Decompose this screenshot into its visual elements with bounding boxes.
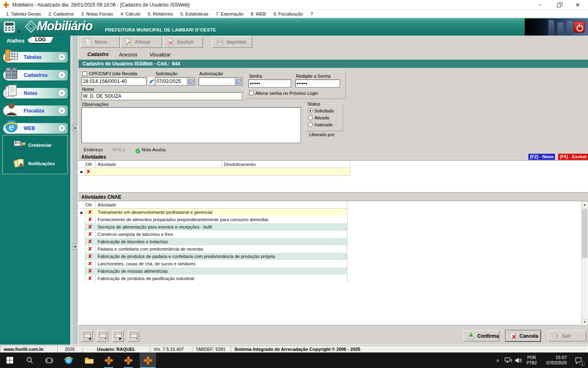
language-indicator[interactable]: PORPTB2 bbox=[524, 355, 539, 366]
subtab-endereco[interactable]: Endereço bbox=[80, 146, 109, 154]
senha-input[interactable] bbox=[249, 80, 291, 87]
cancela-button[interactable]: Cancela bbox=[506, 330, 541, 341]
cnae-row[interactable]: ✘Lanchonetes, casas de chá, de sucos e s… bbox=[85, 260, 347, 267]
menu-item-9-fiscalizacao[interactable]: 9. Fiscalização bbox=[270, 11, 307, 17]
app-logo: Mobiliário bbox=[37, 19, 92, 34]
novo-button[interactable]: Novo bbox=[80, 36, 120, 48]
file-explorer-button[interactable] bbox=[81, 352, 97, 368]
sidebar-item-web[interactable]: eWEB» bbox=[3, 123, 68, 134]
task-view-button[interactable] bbox=[41, 352, 57, 368]
menu-item-7-exportacao[interactable]: 7. Exportação bbox=[212, 11, 247, 17]
cnae-activity-label: Treinamento em desenvolvimento profissio… bbox=[98, 210, 212, 215]
sair-button[interactable]: Sair bbox=[548, 330, 586, 341]
menu-item--[interactable]: ? bbox=[307, 11, 316, 17]
chevron-down-icon[interactable]: » bbox=[58, 54, 65, 61]
alterar-senha-checkbox[interactable] bbox=[249, 91, 254, 95]
status-radio-ativado[interactable] bbox=[308, 115, 313, 120]
cpf-input[interactable] bbox=[82, 78, 146, 85]
tab-cadastro[interactable]: Cadastro bbox=[82, 49, 114, 60]
sidebar-item-cadastros[interactable]: Cadastros» bbox=[3, 70, 68, 81]
sidebar-subitem-notificacoes[interactable]: Notificações bbox=[3, 156, 68, 173]
green-check-icon: ✔ bbox=[135, 148, 140, 154]
confirma-button[interactable]: Confirma bbox=[463, 330, 499, 341]
cnae-row[interactable]: ✘Fabricação de produtos de panificação i… bbox=[85, 275, 347, 282]
chevron-down-icon[interactable]: » bbox=[58, 90, 65, 96]
power-button[interactable] bbox=[573, 21, 585, 33]
status-radio-solicitado[interactable] bbox=[308, 108, 313, 113]
cnae-row[interactable]: ✘Fabricação de produtos de padaria e con… bbox=[85, 253, 347, 260]
sidebar-item-notas[interactable]: Notas» bbox=[3, 88, 68, 99]
window-title: Mobiliário - Atualizado dia: 28/01/2025 … bbox=[12, 2, 189, 8]
nav-first-button[interactable]: ◀ bbox=[81, 330, 93, 342]
log-tab[interactable]: LOG bbox=[27, 36, 54, 44]
app-fiorilli-1-button[interactable] bbox=[100, 352, 117, 368]
calculator-icon[interactable] bbox=[3, 21, 16, 33]
excluir-button[interactable]: Excluir bbox=[163, 36, 203, 48]
chevron-down-icon[interactable]: » bbox=[58, 107, 65, 114]
autorizacao-input[interactable] bbox=[199, 78, 235, 85]
menu-item-4-calculo[interactable]: 4. Cálculo bbox=[117, 11, 144, 17]
menu-item-2-cadastros[interactable]: 2. Cadastros bbox=[45, 11, 77, 17]
calendar-button[interactable] bbox=[187, 78, 194, 85]
restore-button[interactable] bbox=[550, 0, 568, 10]
internet-explorer-button[interactable]: e bbox=[60, 352, 77, 368]
chevron-up-icon[interactable]: » bbox=[58, 125, 65, 132]
subtab-label: Nota Avulsa bbox=[142, 147, 166, 152]
sidebar-subitem-credenciar[interactable]: Credenciar bbox=[3, 138, 68, 154]
nav-post-button[interactable]: ▪ bbox=[128, 330, 139, 342]
splitter-collapse-icon[interactable]: ◂▸ bbox=[72, 243, 78, 250]
network-icon[interactable] bbox=[503, 352, 514, 368]
nav-insert-button[interactable]: + bbox=[97, 330, 108, 342]
cnae-scrollbar[interactable]: ▲ ▼ bbox=[581, 202, 588, 325]
app-fiorilli-2-button[interactable] bbox=[120, 352, 136, 368]
subtab-label: Endereço bbox=[84, 147, 103, 152]
calendar-button[interactable] bbox=[235, 78, 242, 85]
cpf-checkbox[interactable] bbox=[82, 72, 87, 76]
dropdown-arrow-icon[interactable]: ◢ bbox=[17, 29, 20, 33]
imprimir-button[interactable]: Imprimir bbox=[212, 36, 252, 48]
notifications-center-button[interactable]: 1 bbox=[570, 352, 586, 368]
scroll-up-icon[interactable]: ▲ bbox=[581, 202, 588, 208]
menu-item-8-web[interactable]: 8. WEB bbox=[247, 11, 270, 17]
observacoes-textarea[interactable] bbox=[81, 107, 301, 143]
subtab-nfs-e[interactable]: NFS-e bbox=[109, 146, 133, 154]
tab-visualizar[interactable]: Visualizar bbox=[143, 50, 177, 60]
sidebar-item-fiscaliza[interactable]: Fiscaliza» bbox=[3, 105, 68, 116]
nome-input[interactable] bbox=[82, 93, 242, 99]
subtab-nota-avulsa[interactable]: ✔Nota Avulsa bbox=[132, 146, 174, 154]
sidebar-item-tabelas[interactable]: Tabelas» bbox=[3, 52, 68, 63]
redigite-input[interactable] bbox=[296, 80, 340, 87]
scroll-thumb[interactable] bbox=[582, 209, 588, 258]
scroll-down-icon[interactable]: ▼ bbox=[581, 319, 588, 325]
cnae-row[interactable]: ✘Comércio varejista de laticínios e frio… bbox=[85, 231, 347, 238]
search-button[interactable] bbox=[21, 352, 38, 368]
status-radio-inativado[interactable] bbox=[308, 122, 313, 127]
tab-acessos[interactable]: Acessos bbox=[114, 50, 143, 60]
cnae-row[interactable]: ✘Fabricação de massas alimentícias bbox=[85, 267, 347, 275]
chevron-down-icon[interactable]: » bbox=[58, 72, 65, 79]
cnae-row[interactable]: ✘Fabricação de biscoitos e bolachas bbox=[85, 238, 347, 245]
alterar-button[interactable]: Alterar bbox=[120, 36, 162, 48]
nav-next-button[interactable]: ▶ bbox=[112, 330, 124, 342]
start-button[interactable] bbox=[2, 352, 18, 368]
tray-chevron-icon[interactable]: ∧ bbox=[492, 352, 503, 368]
splitter-collapse-icon[interactable]: ◂▸ bbox=[72, 125, 78, 131]
subtab-label: NFS-e bbox=[112, 147, 125, 152]
cnae-row[interactable]: ✘Treinamento em desenvolvimento profissi… bbox=[85, 209, 347, 216]
solicitacao-input[interactable] bbox=[155, 78, 187, 85]
menu-item-1-tabelas-gerais[interactable]: 1. Tabelas Gerais bbox=[2, 11, 45, 17]
app-mobiliario-button[interactable] bbox=[140, 352, 156, 368]
clock[interactable]: 15:0707/02/2025 bbox=[540, 355, 567, 366]
speaker-icon[interactable] bbox=[513, 352, 523, 368]
menu-item-5-relatorios[interactable]: 5. Relatórios bbox=[144, 11, 177, 17]
cnae-row[interactable]: ✘Padaria e confeitaria com predominância… bbox=[85, 245, 347, 253]
menu-item-3-notas-fiscais[interactable]: 3. Notas Fiscais bbox=[78, 11, 117, 17]
menu-item-6-estatisticas[interactable]: 6. Estatísticas bbox=[177, 11, 212, 17]
status-radio-label: Inativado bbox=[314, 122, 333, 127]
sidebar-splitter[interactable]: ◂▸ ◂▸ bbox=[72, 36, 78, 345]
cnae-row[interactable]: ✘Fornecimento de alimentos preparados pr… bbox=[85, 216, 347, 223]
cnae-row[interactable]: ✘Serviços de alimentação para eventos e … bbox=[85, 223, 347, 231]
close-button[interactable]: ✕ bbox=[568, 0, 587, 10]
minimize-button[interactable]: – bbox=[531, 0, 549, 10]
atividades-row-selected[interactable]: ✘ bbox=[85, 168, 350, 175]
